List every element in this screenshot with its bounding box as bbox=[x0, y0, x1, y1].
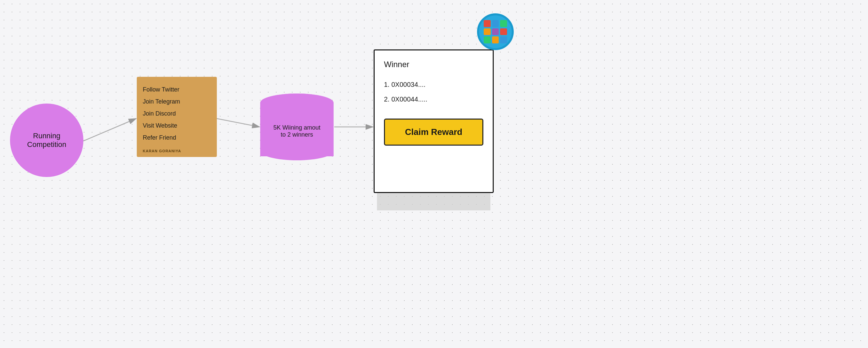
winner-card: Winner 1. 0X00034.... 2. 0X00044..... Cl… bbox=[374, 50, 494, 193]
winner-title: Winner bbox=[384, 60, 484, 69]
svg-line-2 bbox=[217, 119, 259, 127]
running-competition-node: Running Competition bbox=[10, 104, 84, 177]
grid-sq-8 bbox=[492, 36, 499, 44]
task-item-refer: Refer Friend bbox=[143, 132, 211, 144]
grid-sq-4 bbox=[484, 28, 491, 35]
svg-line-1 bbox=[84, 119, 136, 141]
grid-sq-3 bbox=[500, 20, 507, 27]
task-item-telegram: Join Telegram bbox=[143, 95, 211, 108]
task-item-website: Visit Website bbox=[143, 120, 211, 132]
task-item-discord: Join Discord bbox=[143, 108, 211, 120]
grid-icon bbox=[477, 13, 514, 50]
card-author: KARAN GORANIYA bbox=[143, 149, 181, 153]
claim-reward-button[interactable]: Claim Reward bbox=[384, 119, 484, 146]
grid-sq-2 bbox=[492, 20, 499, 27]
circle-label: Running Competition bbox=[27, 132, 66, 149]
grid-sq-7 bbox=[484, 36, 491, 44]
task-item-twitter: Follow Twitter bbox=[143, 84, 211, 95]
grid-sq-1 bbox=[484, 20, 491, 27]
grid-sq-6 bbox=[500, 28, 507, 35]
winner-entry-2: 2. 0X00044..... bbox=[384, 92, 484, 107]
grid-sq-9 bbox=[500, 36, 507, 44]
tasks-card: Follow Twitter Join Telegram Join Discor… bbox=[137, 77, 217, 157]
winner-list: 1. 0X00034.... 2. 0X00044..... bbox=[384, 77, 484, 107]
database-node: 5K Wiining amout to 2 winners bbox=[260, 93, 334, 160]
task-list: Follow Twitter Join Telegram Join Discor… bbox=[143, 84, 211, 144]
db-label: 5K Wiining amout to 2 winners bbox=[273, 124, 320, 138]
db-bottom-ellipse bbox=[260, 142, 334, 160]
grid-squares bbox=[484, 20, 507, 44]
grid-sq-5 bbox=[492, 28, 499, 35]
winner-entry-1: 1. 0X00034.... bbox=[384, 77, 484, 92]
